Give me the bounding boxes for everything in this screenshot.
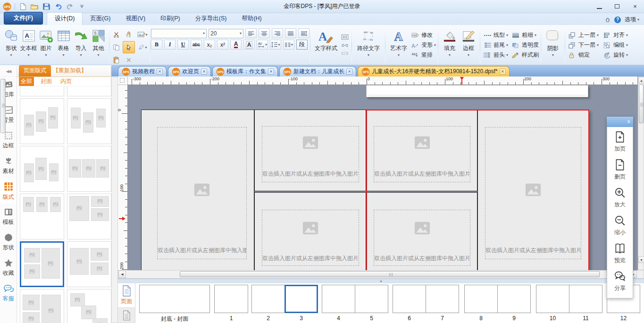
document-tab[interactable]: DPS视频教程× — [118, 66, 167, 76]
template-thumbnail[interactable] — [67, 194, 111, 239]
zoom-in-button[interactable]: 放大 — [614, 187, 626, 214]
dropdown-arrow-icon[interactable]: ▾ — [626, 33, 628, 37]
page-thumbnail-10[interactable] — [536, 285, 569, 313]
subscript-button[interactable]: x₂ — [204, 40, 215, 50]
menu-tab-文件(F)[interactable]: 文件(F) — [4, 12, 43, 25]
page-thumbnail-2[interactable] — [251, 285, 285, 313]
menu-tab-设计(D)[interactable]: 设计(D) — [47, 12, 83, 25]
insert-table-button[interactable]: 表格▾ — [55, 27, 72, 63]
template-thumbnail[interactable] — [20, 86, 64, 96]
filter-全部[interactable]: 全部 — [19, 77, 34, 86]
vscroll-thumb[interactable] — [639, 85, 644, 123]
line-arrow-tail-button[interactable]: 箭尾▾ — [484, 41, 508, 50]
align-left-button[interactable] — [245, 28, 257, 38]
menu-tab-页面(G)[interactable]: 页面(G) — [83, 13, 118, 25]
arrange-layer-down-button[interactable]: 下一层▾ — [569, 41, 599, 50]
book-button[interactable]: 预览 — [614, 242, 626, 270]
line-line-style-button[interactable]: 线型▾ — [484, 31, 508, 40]
letter-spacing-button[interactable]: AV▾ — [257, 40, 268, 50]
dropdown-arrow-icon[interactable]: ▾ — [62, 53, 64, 57]
page-thumbnail-7[interactable] — [426, 285, 459, 313]
previous-spread-edge[interactable] — [366, 85, 588, 97]
insert-import-button[interactable]: 导入▾ — [72, 27, 90, 63]
close-tab-icon[interactable]: × — [268, 68, 274, 75]
canvas[interactable]: -300-200-1000100200300 0100200 双击插入图片或从左… — [118, 76, 644, 270]
select-tool-button[interactable] — [123, 41, 135, 53]
arrange-align-button[interactable]: 对齐▾ — [603, 31, 628, 40]
fill-button[interactable]: 填充 ▾ — [440, 27, 459, 63]
template-thumbnail[interactable] — [67, 241, 111, 287]
sidebar-item-template[interactable]: 模板 — [0, 204, 17, 230]
border-button[interactable]: 边框 ▾ — [459, 27, 478, 63]
path-text-button[interactable]: abcabcbba 路径文字 ▾ — [354, 27, 383, 63]
insert-image-button[interactable]: 图片▾ — [37, 27, 55, 63]
insert-textbox-button[interactable]: A文本框▾ — [20, 27, 37, 63]
photo-frame-mid-bottom[interactable]: 双击插入图片或从左侧图库中拖入图片 — [254, 192, 366, 270]
collapse-panel-button[interactable]: ◀◀ — [0, 66, 17, 76]
distribute-button[interactable] — [298, 28, 309, 38]
dropdown-arrow-icon[interactable]: ▾ — [10, 53, 12, 57]
maximize-button[interactable] — [608, 1, 626, 12]
save-button[interactable] — [42, 2, 50, 11]
page-minus-button[interactable]: 删页 — [614, 159, 626, 187]
shadow-button[interactable]: 阴影 ▾ — [543, 27, 563, 63]
page-thumbnail-封底 - 封面[interactable] — [139, 285, 210, 313]
page-plus-button[interactable]: 加页 — [614, 131, 626, 159]
dropdown-arrow-icon[interactable]: ▾ — [45, 53, 47, 57]
arrange-group-button[interactable]: 编组▾ — [603, 41, 628, 50]
wordart-transform-button[interactable]: A变形▾ — [411, 41, 436, 50]
strikethrough-button[interactable]: abc — [191, 40, 202, 50]
text-wrap-button[interactable] — [341, 34, 350, 41]
picture-tool-button[interactable]: ▾ — [135, 28, 150, 41]
insert-other-button[interactable]: 5其他▾ — [90, 27, 107, 63]
template-thumbnail[interactable] — [20, 98, 64, 144]
page-thumbnail-11[interactable] — [569, 285, 602, 313]
font-family-select[interactable]: ▾ — [151, 29, 207, 38]
highlight-color-button[interactable]: A — [243, 40, 255, 50]
template-panel-scrollbar[interactable] — [111, 77, 118, 323]
document-tab[interactable]: DPS欢迎页× — [168, 66, 211, 76]
page-thumbnail-1[interactable] — [214, 285, 248, 313]
dropdown-arrow-icon[interactable]: ▾ — [278, 42, 280, 47]
menu-tab-视图(V)[interactable]: 视图(V) — [118, 13, 153, 25]
dropdown-arrow-icon[interactable]: ▾ — [434, 43, 436, 47]
filter-封面[interactable]: 封面 — [39, 77, 54, 86]
template-thumbnail[interactable] — [20, 289, 64, 323]
template-panel-scrollbar-thumb[interactable] — [0, 79, 6, 133]
wordart-vertical-text-button[interactable]: Ab竖排 — [411, 51, 436, 60]
canvas-horizontal-scrollbar[interactable]: ◀ ▶ — [118, 270, 644, 279]
photo-frame-right-large[interactable]: 双击插入图片或从左侧图库中拖入图片 — [477, 110, 589, 270]
line-style-brush-button[interactable]: 样式刷 — [512, 51, 539, 60]
filter-内页[interactable]: 内页 — [59, 77, 74, 86]
columns-button[interactable]: ▾ — [283, 40, 294, 50]
text-style-button[interactable]: A 文字样式 — [312, 27, 340, 63]
paragraph-settings-button[interactable]: 段 — [296, 40, 308, 50]
canvas-vertical-scrollbar[interactable]: ▲ ▼ — [638, 76, 644, 270]
arrange-layer-up-button[interactable]: 上一层▾ — [569, 31, 599, 40]
close-tab-icon[interactable]: × — [346, 68, 352, 75]
close-tab-icon[interactable]: × — [201, 68, 207, 75]
document-tab[interactable]: DPS儿童成长-大16开硬壳精装-文档190814-1520.dpsf*× — [358, 66, 510, 76]
dropdown-arrow-icon[interactable]: ▾ — [97, 53, 99, 57]
line-transparency-button[interactable]: 透明度 — [512, 41, 539, 50]
photo-frame-right-bottom[interactable]: 双击插入图片或从左侧图库中拖入图片 — [366, 192, 477, 270]
new-document-button[interactable] — [18, 2, 27, 11]
floating-toolbar-header[interactable]: × — [607, 117, 633, 127]
align-justify-button[interactable] — [285, 28, 296, 38]
photo-frame-left-large[interactable]: 双击插入图片或从左侧图库中拖入图片 — [141, 110, 254, 270]
bold-button[interactable]: B — [151, 40, 162, 50]
redo-button[interactable] — [66, 2, 74, 11]
page-thumbnail-8[interactable] — [464, 285, 498, 313]
open-button[interactable] — [30, 2, 39, 11]
menu-tab-印刷(P)[interactable]: 印刷(P) — [153, 13, 188, 25]
line-spacing-button[interactable]: ▾ — [270, 40, 281, 50]
line-arrow-head-button[interactable]: 箭头▾ — [484, 51, 508, 60]
photo-frame-right-top[interactable]: 双击插入图片或从左侧图库中拖入图片 — [366, 110, 477, 191]
insert-shapes-button[interactable]: 形状▾ — [2, 27, 20, 63]
dropdown-arrow-icon[interactable]: ▾ — [626, 43, 628, 47]
bottom-nav-pages-alt[interactable] — [118, 308, 135, 323]
document-tab[interactable]: DPS新建文档：儿童成长× — [279, 66, 356, 76]
panel-tab-page-layout[interactable]: 页面版式 — [19, 65, 51, 76]
sidebar-item-chat[interactable]: 客服 — [0, 280, 17, 306]
help-icon[interactable]: ? — [614, 17, 621, 23]
